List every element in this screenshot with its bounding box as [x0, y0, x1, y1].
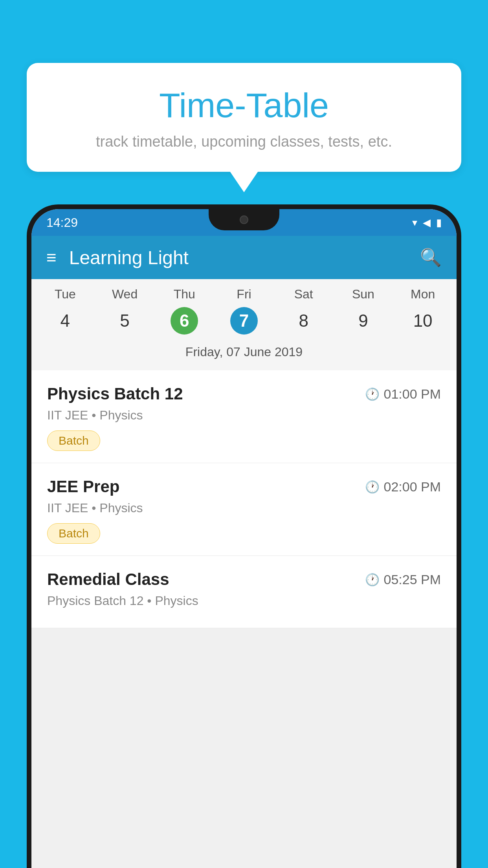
schedule-item-1-time: 🕐 02:00 PM	[365, 479, 441, 495]
schedule-item-0-header: Physics Batch 12 🕐 01:00 PM	[47, 384, 441, 403]
schedule-item-0-time: 🕐 01:00 PM	[365, 386, 441, 402]
camera-dot	[240, 215, 248, 224]
schedule-item-0-subtitle: IIT JEE • Physics	[47, 408, 441, 423]
day-numbers-row: 4 5 6 7 8 9 10	[35, 307, 453, 335]
bubble-subtitle: track timetable, upcoming classes, tests…	[46, 133, 442, 150]
schedule-item-2-time: 🕐 05:25 PM	[365, 572, 441, 587]
day-name-0: Tue	[35, 287, 95, 302]
app-title: Learning Light	[69, 247, 420, 268]
phone-mockup: 14:29 ▾ ◀ ▮ ≡ Learning Light 🔍 Tue Wed T…	[27, 204, 461, 868]
status-icons: ▾ ◀ ▮	[412, 217, 442, 229]
day-names-row: Tue Wed Thu Fri Sat Sun Mon	[35, 287, 453, 302]
batch-badge-0: Batch	[47, 430, 100, 451]
schedule-item-1-header: JEE Prep 🕐 02:00 PM	[47, 477, 441, 496]
clock-icon-0: 🕐	[365, 387, 380, 401]
calendar-strip: Tue Wed Thu Fri Sat Sun Mon 4 5 6 7 8 9 …	[31, 279, 457, 370]
schedule-item-1-title: JEE Prep	[47, 477, 119, 496]
day-name-1: Wed	[95, 287, 155, 302]
speech-bubble-container: Time-Table track timetable, upcoming cla…	[27, 63, 461, 172]
schedule-item-2-header: Remedial Class 🕐 05:25 PM	[47, 570, 441, 589]
schedule-item-0-title: Physics Batch 12	[47, 384, 183, 403]
batch-badge-1: Batch	[47, 523, 100, 544]
schedule-item-0[interactable]: Physics Batch 12 🕐 01:00 PM IIT JEE • Ph…	[31, 370, 457, 463]
phone-inner: 14:29 ▾ ◀ ▮ ≡ Learning Light 🔍 Tue Wed T…	[31, 209, 457, 868]
day-10[interactable]: 10	[409, 307, 437, 335]
schedule-item-2-title: Remedial Class	[47, 570, 169, 589]
schedule-item-2[interactable]: Remedial Class 🕐 05:25 PM Physics Batch …	[31, 556, 457, 628]
day-5[interactable]: 5	[111, 307, 139, 335]
day-name-4: Sat	[274, 287, 334, 302]
selected-date-label: Friday, 07 June 2019	[35, 341, 453, 366]
signal-icon: ◀	[423, 217, 431, 229]
day-4[interactable]: 4	[51, 307, 79, 335]
bubble-title: Time-Table	[46, 86, 442, 125]
day-name-5: Sun	[334, 287, 393, 302]
schedule-list: Physics Batch 12 🕐 01:00 PM IIT JEE • Ph…	[31, 370, 457, 628]
phone-notch	[209, 209, 279, 230]
day-6-today[interactable]: 6	[171, 307, 198, 335]
day-name-2: Thu	[154, 287, 214, 302]
schedule-item-1[interactable]: JEE Prep 🕐 02:00 PM IIT JEE • Physics Ba…	[31, 463, 457, 556]
day-name-3: Fri	[214, 287, 274, 302]
schedule-item-1-subtitle: IIT JEE • Physics	[47, 501, 441, 515]
speech-bubble: Time-Table track timetable, upcoming cla…	[27, 63, 461, 172]
schedule-item-2-subtitle: Physics Batch 12 • Physics	[47, 594, 441, 608]
clock-icon-2: 🕐	[365, 573, 380, 587]
day-7-selected[interactable]: 7	[230, 307, 258, 335]
hamburger-icon[interactable]: ≡	[46, 249, 57, 266]
day-8[interactable]: 8	[290, 307, 317, 335]
search-icon[interactable]: 🔍	[420, 247, 442, 268]
status-time: 14:29	[46, 215, 78, 230]
day-name-6: Mon	[393, 287, 453, 302]
app-bar: ≡ Learning Light 🔍	[31, 236, 457, 279]
wifi-icon: ▾	[412, 217, 417, 229]
clock-icon-1: 🕐	[365, 480, 380, 494]
battery-icon: ▮	[436, 217, 442, 229]
day-9[interactable]: 9	[349, 307, 377, 335]
